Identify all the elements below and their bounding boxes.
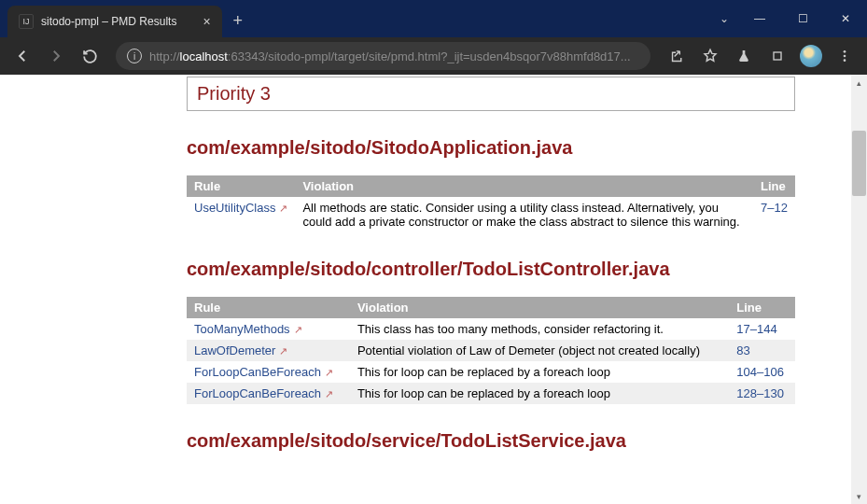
url-host: localhost <box>180 49 228 63</box>
intellij-favicon-icon: IJ <box>19 14 34 29</box>
page-content: Priority 3 com/example/sitodo/SitodoAppl… <box>0 75 851 504</box>
rule-link[interactable]: ForLoopCanBeForeach <box>194 365 321 379</box>
profile-avatar[interactable] <box>796 41 826 71</box>
col-violation: Violation <box>350 297 729 318</box>
col-violation: Violation <box>295 175 753 197</box>
line-link[interactable]: 106 <box>763 365 784 379</box>
line-link[interactable]: 17 <box>736 322 749 336</box>
back-button[interactable] <box>7 41 37 71</box>
address-bar[interactable]: i http://localhost:63343/sitodo-pmpl/tar… <box>116 42 650 70</box>
scroll-up-icon[interactable]: ▴ <box>851 75 867 91</box>
external-link-icon: ↗ <box>279 203 287 214</box>
table-row: LawOfDemeter↗Potential violation of Law … <box>187 340 795 361</box>
minimize-button[interactable]: ― <box>738 0 781 37</box>
file-heading: com/example/sitodo/service/TodoListServi… <box>187 430 795 452</box>
close-window-button[interactable]: ✕ <box>824 0 867 37</box>
url-path: :63343/sitodo-pmpl/target/site/pmd.html?… <box>228 49 631 63</box>
rule-link[interactable]: TooManyMethods <box>194 322 290 336</box>
col-line: Line <box>753 175 795 197</box>
line-link[interactable]: 144 <box>757 322 777 336</box>
col-line: Line <box>729 297 795 318</box>
line-link[interactable]: 12 <box>775 201 788 215</box>
file-heading: com/example/sitodo/SitodoApplication.jav… <box>187 137 795 159</box>
page-viewport: Priority 3 com/example/sitodo/SitodoAppl… <box>0 75 867 504</box>
priority-heading: Priority 3 <box>187 77 795 111</box>
table-row: UseUtilityClass↗All methods are static. … <box>187 197 795 232</box>
reload-button[interactable] <box>75 41 105 71</box>
rule-link[interactable]: ForLoopCanBeForeach <box>194 386 321 400</box>
browser-tab[interactable]: IJ sitodo-pmpl – PMD Results × <box>7 6 222 37</box>
svg-point-1 <box>844 50 846 53</box>
table-row: TooManyMethods↗This class has too many m… <box>187 318 795 340</box>
chevron-down-icon[interactable]: ⌄ <box>720 12 729 25</box>
browser-toolbar: i http://localhost:63343/sitodo-pmpl/tar… <box>0 37 867 75</box>
site-info-icon[interactable]: i <box>127 49 142 63</box>
maximize-button[interactable]: ☐ <box>781 0 824 37</box>
line-link[interactable]: 104 <box>736 365 757 379</box>
external-link-icon: ↗ <box>279 345 287 357</box>
share-icon[interactable] <box>662 41 692 71</box>
violations-table: RuleViolationLineTooManyMethods↗This cla… <box>187 297 795 404</box>
external-link-icon: ↗ <box>294 324 302 335</box>
url-prefix: http:// <box>149 49 180 63</box>
table-row: ForLoopCanBeForeach↗This for loop can be… <box>187 361 795 383</box>
file-heading: com/example/sitodo/controller/TodoListCo… <box>187 259 795 280</box>
violation-text: All methods are static. Consider using a… <box>295 197 753 232</box>
menu-button[interactable] <box>830 41 860 71</box>
extensions-icon[interactable] <box>762 41 792 71</box>
col-rule: Rule <box>187 297 350 318</box>
window-titlebar: IJ sitodo-pmpl – PMD Results × + ⌄ ― ☐ ✕ <box>0 0 867 37</box>
svg-point-2 <box>844 55 846 58</box>
table-row: ForLoopCanBeForeach↗This for loop can be… <box>187 383 795 404</box>
rule-link[interactable]: LawOfDemeter <box>194 343 275 357</box>
scroll-down-icon[interactable]: ▾ <box>851 488 867 504</box>
star-icon[interactable] <box>695 41 725 71</box>
tab-title: sitodo-pmpl – PMD Results <box>41 15 176 28</box>
vertical-scrollbar[interactable]: ▴ ▾ <box>851 75 867 504</box>
violations-table: RuleViolationLineUseUtilityClass↗All met… <box>187 175 795 232</box>
violation-text: Potential violation of Law of Demeter (o… <box>350 340 729 361</box>
violation-text: This for loop can be replaced by a forea… <box>350 383 729 404</box>
line-link[interactable]: 83 <box>736 343 749 357</box>
line-link[interactable]: 128 <box>736 386 757 400</box>
svg-point-3 <box>844 59 846 62</box>
scrollbar-thumb[interactable] <box>852 131 866 196</box>
new-tab-button[interactable]: + <box>233 11 244 31</box>
forward-button[interactable] <box>41 41 71 71</box>
line-link[interactable]: 130 <box>763 386 784 400</box>
external-link-icon: ↗ <box>325 367 333 378</box>
violation-text: This for loop can be replaced by a forea… <box>350 361 729 383</box>
svg-rect-0 <box>774 52 781 60</box>
rule-link[interactable]: UseUtilityClass <box>194 201 275 215</box>
violation-text: This class has too many methods, conside… <box>350 318 729 340</box>
flask-icon[interactable] <box>729 41 759 71</box>
external-link-icon: ↗ <box>325 388 333 399</box>
close-tab-icon[interactable]: × <box>203 14 210 29</box>
col-rule: Rule <box>187 175 295 197</box>
